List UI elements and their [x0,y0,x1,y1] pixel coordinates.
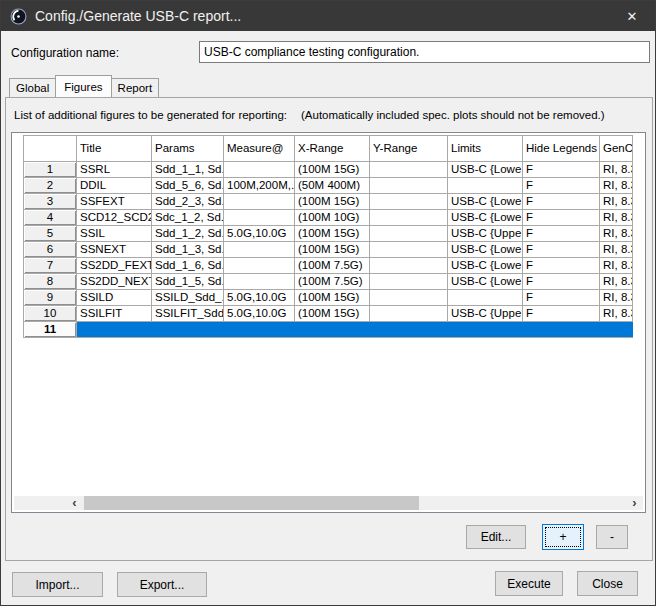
table-cell[interactable]: SSFEXT [77,194,152,210]
table-cell[interactable]: 5.0G,10.0G [224,290,295,306]
table-cell[interactable]: (100M 15G) [295,306,370,322]
table-cell[interactable] [224,258,295,274]
row-header-button[interactable]: 5 [24,226,77,242]
table-cell[interactable]: (100M 15G) [295,162,370,178]
table-cell[interactable]: (100M 10G) [295,210,370,226]
column-header[interactable]: GenCS [600,136,633,162]
column-header[interactable]: Hide Legends [523,136,600,162]
table-cell[interactable]: USB-C {Lowe... [448,274,523,290]
tab-report[interactable]: Report [111,78,160,97]
tab-global[interactable]: Global [9,78,56,97]
execute-button[interactable]: Execute [495,571,563,596]
table-cell[interactable]: F [523,242,600,258]
table-cell[interactable] [370,258,448,274]
scrollbar-thumb[interactable] [84,496,419,510]
row-header-button[interactable]: 10 [24,306,77,322]
table-cell[interactable]: F [523,194,600,210]
export-button[interactable]: Export... [117,572,207,597]
close-icon[interactable]: ✕ [609,1,655,31]
column-header[interactable]: Params [152,136,224,162]
table-cell[interactable] [224,242,295,258]
corner-header-cell[interactable] [24,136,77,162]
table-cell[interactable]: DDIL [77,178,152,194]
table-cell[interactable]: SSILFIT_Sdd... [152,306,224,322]
table-cell[interactable] [224,210,295,226]
table-cell[interactable]: RI, 8.3 [600,162,633,178]
horizontal-scrollbar[interactable]: ‹ › [14,496,643,510]
table-cell[interactable] [370,290,448,306]
table-cell[interactable]: RI, 8.3 [600,242,633,258]
table-cell[interactable]: (100M 15G) [295,290,370,306]
table-cell[interactable] [370,306,448,322]
row-header-button[interactable]: 4 [24,210,77,226]
table-cell[interactable]: (50M 400M) [295,178,370,194]
table-cell[interactable]: RI, 8.3 [600,274,633,290]
import-button[interactable]: Import... [12,572,103,597]
table-cell[interactable] [370,178,448,194]
row-header-button[interactable]: 6 [24,242,77,258]
table-cell[interactable] [370,194,448,210]
table-cell[interactable]: F [523,210,600,226]
edit-button[interactable]: Edit... [466,525,526,549]
table-cell[interactable]: F [523,178,600,194]
table-cell[interactable]: RI, 8.3 [600,226,633,242]
table-cell[interactable] [224,274,295,290]
table-cell[interactable]: SCD12_SCD21 [77,210,152,226]
table-cell[interactable] [370,162,448,178]
table-cell[interactable]: 100M,200M,... [224,178,295,194]
table-cell[interactable]: F [523,226,600,242]
table-cell[interactable]: F [523,306,600,322]
table-cell[interactable] [448,290,523,306]
table-cell[interactable]: USB-C {Lowe... [448,162,523,178]
table-cell[interactable]: USB-C {Lowe... [448,258,523,274]
table-cell[interactable]: RI, 8.3 [600,210,633,226]
table-cell[interactable]: SSIL [77,226,152,242]
tab-figures[interactable]: Figures [55,75,111,97]
table-cell[interactable]: Sdd_1_5, Sd... [152,274,224,290]
table-cell[interactable]: SSILFIT [77,306,152,322]
table-cell[interactable]: (100M 7.5G) [295,258,370,274]
table-cell[interactable]: USB-C {Lowe... [448,194,523,210]
selected-row-highlight[interactable] [77,322,633,338]
scroll-right-icon[interactable]: › [627,496,642,510]
table-cell[interactable] [224,162,295,178]
table-cell[interactable] [224,194,295,210]
configuration-name-input[interactable] [199,41,650,63]
table-cell[interactable]: 5.0G,10.0G [224,306,295,322]
column-header[interactable]: Measure@ [224,136,295,162]
column-header[interactable]: Y-Range [370,136,448,162]
table-cell[interactable]: USB-C {Uppe... [448,226,523,242]
table-cell[interactable]: SSILD_Sdd_... [152,290,224,306]
row-header-button[interactable]: 11 [24,322,77,338]
table-cell[interactable]: F [523,162,600,178]
table-cell[interactable]: F [523,290,600,306]
column-header[interactable]: Title [77,136,152,162]
remove-row-button[interactable]: - [596,525,628,549]
table-cell[interactable]: F [523,258,600,274]
table-cell[interactable]: (100M 15G) [295,226,370,242]
table-cell[interactable]: (100M 15G) [295,194,370,210]
table-cell[interactable]: Sdd_1_1, Sd... [152,162,224,178]
row-header-button[interactable]: 7 [24,258,77,274]
table-cell[interactable]: USB-C {Lowe... [448,242,523,258]
table-cell[interactable]: RI, 8.3 [600,306,633,322]
table-cell[interactable] [370,242,448,258]
table-cell[interactable]: Sdd_1_6, Sd... [152,258,224,274]
table-cell[interactable]: RI, 8.3 [600,194,633,210]
table-cell[interactable]: Sdd_5_6, Sd... [152,178,224,194]
table-cell[interactable]: 5.0G,10.0G [224,226,295,242]
table-cell[interactable]: Sdd_1_2, Sd... [152,226,224,242]
scroll-left-icon[interactable]: ‹ [67,496,82,510]
table-cell[interactable]: RI, 8.3 [600,258,633,274]
table-cell[interactable]: SSILD [77,290,152,306]
table-cell[interactable]: (100M 15G) [295,242,370,258]
table-cell[interactable]: USB-C {Uppe... [448,306,523,322]
close-button[interactable]: Close [577,571,638,596]
row-header-button[interactable]: 3 [24,194,77,210]
column-header[interactable]: Limits [448,136,523,162]
table-cell[interactable]: RI, 8.3 [600,178,633,194]
table-cell[interactable]: (100M 7.5G) [295,274,370,290]
row-header-button[interactable]: 8 [24,274,77,290]
table-cell[interactable]: SS2DD_NEXT [77,274,152,290]
table-cell[interactable]: Sdc_1_2, Sd... [152,210,224,226]
